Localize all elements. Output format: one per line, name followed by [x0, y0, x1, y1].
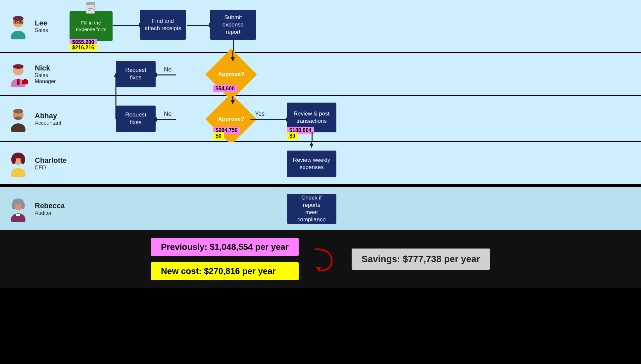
- actor-abhay: Abhay Accountant: [0, 106, 66, 132]
- rebecca-name: Rebecca: [35, 202, 65, 210]
- submit-report-box[interactable]: Submit expense report: [210, 10, 256, 40]
- badge-yellow-2: $0: [213, 132, 224, 140]
- badge-pink-2: $54,600: [213, 85, 237, 92]
- yes-label-1: Yes: [255, 111, 265, 117]
- abhay-name: Abhay: [35, 112, 61, 120]
- request-fixes-1-label: Request fixes: [125, 67, 146, 81]
- lane-charlotte: Charlotte CFO Review weekly expenses: [0, 142, 641, 185]
- check-compliance-box[interactable]: Check if reports meet compliance: [287, 194, 336, 224]
- avatar-lee: [5, 13, 31, 39]
- svg-point-37: [21, 202, 25, 209]
- svg-rect-10: [86, 2, 95, 5]
- arrow-fill-to-find: [113, 25, 140, 26]
- arrow-find-to-submit: [187, 25, 210, 26]
- svg-rect-20: [24, 79, 26, 81]
- actor-lee-info: Lee Sales: [35, 19, 48, 33]
- avatar-nick: [5, 61, 31, 87]
- request-fixes-2-label: Request fixes: [125, 111, 146, 126]
- svg-point-7: [15, 22, 16, 23]
- svg-point-8: [20, 22, 22, 23]
- avatar-charlotte: [5, 150, 31, 177]
- lane-abhay: Abhay Accountant Request fixes No Approv…: [0, 96, 641, 142]
- request-fixes-1-box[interactable]: Request fixes: [116, 61, 156, 87]
- fill-expense-box[interactable]: Fill in the Expense form: [70, 11, 113, 41]
- approve-diamond-1[interactable]: [205, 49, 257, 100]
- arrow-no1-to-req: [156, 74, 176, 75]
- review-weekly-box[interactable]: Review weekly expenses: [287, 151, 336, 177]
- charlotte-role: CFO: [35, 165, 67, 171]
- nick-flow: Request fixes No Approve? $54,600: [66, 53, 641, 95]
- lee-flow: Fill in the Expense form $655,200 $216,2…: [66, 0, 641, 52]
- badge-yellow-1: $216,216: [70, 44, 97, 51]
- actor-charlotte: Charlotte CFO: [0, 150, 66, 177]
- lee-name: Lee: [35, 19, 48, 27]
- review-weekly-label: Review weekly expenses: [293, 157, 330, 171]
- rebecca-flow: Check if reports meet compliance: [66, 187, 641, 230]
- fill-expense-label: Fill in the Expense form: [76, 20, 107, 32]
- check-compliance-label: Check if reports meet compliance: [297, 194, 326, 223]
- submit-report-label: Submit expense report: [215, 14, 252, 36]
- svg-rect-38: [16, 214, 20, 216]
- charlotte-flow: Review weekly expenses: [66, 142, 641, 184]
- summary-arrow-icon: [312, 244, 338, 274]
- lee-role: Sales: [35, 27, 48, 33]
- svg-rect-16: [17, 79, 20, 85]
- no-label-2: No: [164, 111, 172, 117]
- actor-nick: Nick Sales Manager: [0, 61, 66, 87]
- actor-lee: Lee Sales: [0, 13, 66, 39]
- find-receipts-box[interactable]: Find and attach receipts: [140, 10, 186, 40]
- summary-previously: Previously: $1,048,554 per year: [151, 238, 299, 256]
- actor-charlotte-info: Charlotte CFO: [35, 156, 67, 171]
- nick-role: Sales Manager: [35, 72, 66, 84]
- svg-point-24: [13, 109, 23, 114]
- lane-lee: Lee Sales Fill in the Expense form $655,…: [0, 0, 641, 53]
- find-receipts-label: Find and attach receipts: [145, 18, 181, 32]
- review-post-label: Review & post transactions: [294, 110, 330, 125]
- actor-abhay-info: Abhay Accountant: [35, 112, 61, 126]
- svg-point-25: [14, 116, 22, 120]
- svg-point-36: [12, 202, 16, 209]
- lane-rebecca: Rebecca Auditor Check if reports meet co…: [0, 187, 641, 230]
- summary-cost-labels: Previously: $1,048,554 per year New cost…: [151, 238, 299, 280]
- abhay-flow: Request fixes No Approve? $204,750 $0 Ye…: [66, 96, 641, 141]
- actor-rebecca-info: Rebecca Auditor: [35, 202, 65, 216]
- badge-yellow-3: $0: [287, 132, 298, 140]
- svg-point-18: [13, 64, 24, 69]
- avatar-rebecca: [5, 196, 31, 222]
- abhay-role: Accountant: [35, 120, 61, 126]
- svg-point-3: [13, 16, 24, 21]
- actor-rebecca: Rebecca Auditor: [0, 196, 66, 222]
- summary-new-cost: New cost: $270,816 per year: [151, 262, 299, 280]
- summary-savings: Savings: $777,738 per year: [352, 249, 490, 270]
- nick-name: Nick: [35, 64, 66, 72]
- avatar-abhay: [5, 106, 31, 132]
- svg-point-30: [11, 155, 16, 164]
- lane-nick: Nick Sales Manager Request fixes No Appr…: [0, 53, 641, 96]
- actor-nick-info: Nick Sales Manager: [35, 64, 66, 84]
- charlotte-name: Charlotte: [35, 156, 67, 165]
- svg-point-31: [21, 155, 25, 164]
- rebecca-role: Auditor: [35, 210, 65, 216]
- no-label-1: No: [164, 66, 172, 73]
- summary-section: Previously: $1,048,554 per year New cost…: [0, 230, 641, 288]
- document-icon: [84, 2, 98, 15]
- arrow-yes-to-review: [250, 119, 286, 120]
- arrow-no2-to-req: [156, 119, 176, 120]
- request-fixes-2-box[interactable]: Request fixes: [116, 106, 156, 132]
